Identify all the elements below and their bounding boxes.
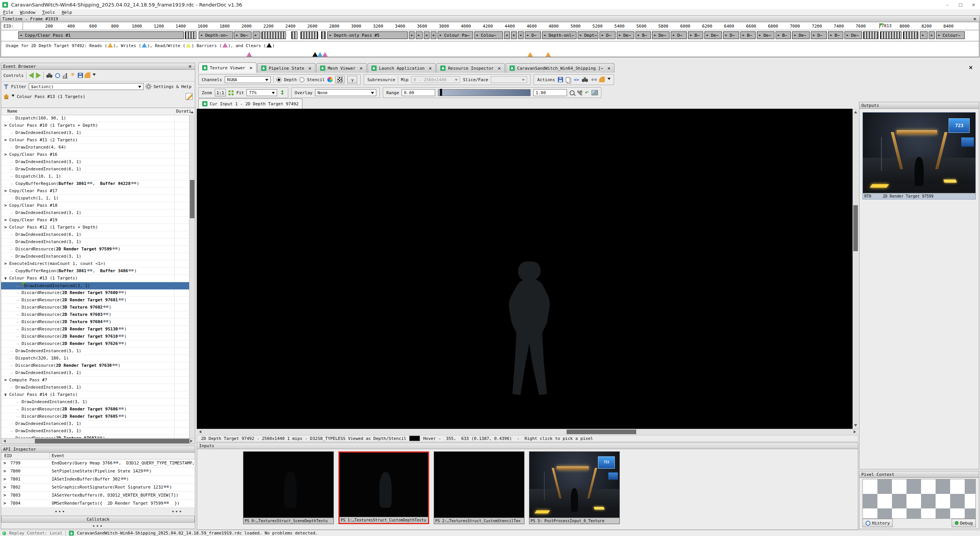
- timeline-pass[interactable]: + De⋯: [844, 31, 862, 39]
- event-row[interactable]: – DrawIndexedInstanced(3, 1): [1, 253, 189, 260]
- resource-link-icon[interactable]: [128, 268, 134, 272]
- zoom-1to1-button[interactable]: 1:1: [215, 89, 226, 96]
- timeline-pass[interactable]: + B⋯: [688, 31, 703, 39]
- resource-link-icon[interactable]: [163, 501, 169, 505]
- next-event-icon[interactable]: [36, 72, 41, 78]
- resource-link-icon[interactable]: [87, 181, 92, 185]
- resource-name[interactable]: 2D Render Target 95130: [62, 327, 118, 332]
- resource-link-icon[interactable]: [87, 268, 92, 272]
- event-row[interactable]: >Colour Pass #10 (1 Targets + Depth): [1, 122, 189, 129]
- event-row[interactable]: – DiscardResource(2D Render Target 97610…: [1, 333, 189, 340]
- chevron-down-icon[interactable]: [138, 86, 141, 90]
- stats-icon[interactable]: [62, 73, 68, 78]
- timeline-pass[interactable]: + D⋯: [671, 31, 687, 39]
- event-row[interactable]: – DiscardResource(2D Texture 97603): [1, 311, 189, 319]
- expand-icon[interactable]: >: [4, 151, 9, 158]
- event-row[interactable]: – DiscardResource(2D Render Target 97630…: [1, 362, 189, 369]
- scroll-up-icon[interactable]: [189, 109, 195, 114]
- api-call-row[interactable]: >7803IASetVertexBuffers(0, D3D12_VERTEX_…: [1, 492, 195, 500]
- tab-close-icon[interactable]: ×: [428, 66, 432, 71]
- api-more-dots[interactable]: •••: [172, 509, 183, 514]
- tab-mesh[interactable]: Mesh Viewer×: [316, 63, 367, 73]
- timeline-pass[interactable]: + Copy/Clear Pass #1: [18, 31, 184, 39]
- find-event-icon[interactable]: [46, 73, 53, 78]
- texture-view[interactable]: [197, 109, 858, 429]
- timeline-pass-events[interactable]: [185, 31, 196, 39]
- resource-link-icon[interactable]: [163, 485, 169, 489]
- event-row[interactable]: >ExecuteIndirect(maxCount 1, count <1>): [1, 260, 189, 268]
- api-call-row[interactable]: >7800SetPipelineState(Pipeline State 142…: [1, 467, 195, 476]
- home-icon[interactable]: [3, 94, 9, 99]
- timeline-pass[interactable]: + B⋯: [740, 31, 756, 39]
- scroll-right-icon[interactable]: [189, 438, 195, 444]
- close-button[interactable]: ×: [967, 0, 980, 9]
- event-list-header[interactable]: Name Durati: [1, 108, 195, 115]
- timeline-pass[interactable]: + B⋯: [635, 31, 651, 39]
- texture-extensions-icon[interactable]: [600, 77, 605, 82]
- collapse-icon[interactable]: ∨: [4, 275, 9, 282]
- expand-icon[interactable]: >: [4, 224, 9, 231]
- event-list-vscrollbar[interactable]: [189, 115, 195, 438]
- event-row[interactable]: – DrawIndexedInstanced(3, 1): [1, 129, 189, 137]
- timeline-pass[interactable]: + D⋯: [525, 31, 541, 39]
- timeline-pass-events[interactable]: [880, 31, 902, 39]
- timeline-pass[interactable]: + Depth-onl⋯: [542, 31, 577, 39]
- resource-name[interactable]: 2D Render Target 97599: [108, 501, 163, 506]
- tab-pipeline[interactable]: Pipeline State×: [257, 63, 315, 73]
- zoom-select[interactable]: 77%: [247, 89, 277, 96]
- event-row[interactable]: – Dispatch(320, 180, 1): [1, 355, 189, 362]
- tab-close-icon[interactable]: ×: [308, 66, 312, 71]
- range-min-input[interactable]: 0.00: [402, 89, 435, 96]
- timeline-pass[interactable]: + De⋯: [757, 31, 774, 39]
- event-row[interactable]: – DrawIndexedInstanced(3, 1): [1, 369, 189, 377]
- tab-close-icon[interactable]: ×: [607, 66, 611, 71]
- save-texture-icon[interactable]: [558, 77, 563, 82]
- resource-link-icon[interactable]: [112, 247, 118, 250]
- event-row[interactable]: – DrawIndexedInstanced(3, 1): [1, 384, 189, 391]
- tab-texture[interactable]: Texture Viewer×: [198, 62, 256, 73]
- extensions-icon[interactable]: [85, 73, 90, 78]
- menu-tools[interactable]: Tools: [42, 10, 55, 15]
- input-thumbnail[interactable]: PS 1:…TexturesStruct_CustomDepthTextu: [338, 451, 429, 524]
- timeline-pass[interactable]: + Colour Pa⋯: [438, 31, 473, 39]
- event-row[interactable]: – CopyBufferRegion(Buffer 3861, Buffer 9…: [1, 180, 189, 188]
- column-eid[interactable]: EID: [4, 453, 12, 458]
- event-row[interactable]: – DrawIndexedInstanced(3, 1): [1, 348, 189, 355]
- checker-background-button[interactable]: [335, 76, 345, 83]
- collapse-icon[interactable]: ∨: [4, 391, 9, 398]
- range-slider-thumb[interactable]: [440, 89, 442, 96]
- api-call-row[interactable]: >7801IASetIndexBuffer(Buffer 302): [1, 476, 195, 484]
- texture-image[interactable]: [197, 109, 853, 429]
- event-browser-close-icon[interactable]: ×: [187, 64, 193, 69]
- api-call-row[interactable]: >7804OMSetRenderTargets({ 2D Render Targ…: [1, 500, 195, 508]
- timeline-pass[interactable]: +: [409, 31, 415, 39]
- input-thumbnail[interactable]: PS 2:…TexturesStruct_CustomStencilTex: [434, 451, 524, 524]
- gamma-button[interactable]: γ: [347, 76, 357, 83]
- expand-icon[interactable]: >: [3, 467, 6, 475]
- timeline-pass[interactable]: + Colour⋯: [936, 31, 965, 39]
- event-row[interactable]: – DiscardResource(2D Render Target 97601…: [1, 297, 189, 304]
- resource-name[interactable]: Buffer 302: [95, 477, 120, 482]
- event-row[interactable]: – DiscardResource(3D Texture 97602): [1, 304, 189, 311]
- event-row[interactable]: – DiscardResource(2D Render Target 97605…: [1, 413, 189, 420]
- timeline-eid-ruler[interactable]: EID: 20040060080010001200140016001800200…: [1, 23, 979, 30]
- resource-link-icon[interactable]: [103, 319, 108, 323]
- api-more-dots[interactable]: •••: [55, 509, 66, 514]
- time-events-icon[interactable]: [55, 73, 60, 78]
- event-row[interactable]: – DiscardResource(2D Render Target 97606…: [1, 406, 189, 413]
- timeline-pass[interactable]: + De⋯: [234, 31, 252, 39]
- copy-icon[interactable]: [566, 77, 570, 82]
- edit-bookmarks-icon[interactable]: [186, 93, 193, 100]
- texture-hscroll-thumb[interactable]: [567, 430, 636, 434]
- event-row[interactable]: – DrawIndexedInstanced(3, 1): [1, 159, 189, 166]
- resource-name[interactable]: 2D Render Target 97599: [56, 247, 112, 252]
- replay-context[interactable]: Replay Context: Local: [9, 531, 62, 536]
- resource-link-icon[interactable]: [113, 461, 118, 464]
- resource-name[interactable]: Query Heap 3766: [75, 461, 113, 466]
- timeline-pass[interactable]: + D⋯: [811, 31, 827, 39]
- resource-name[interactable]: 3D Texture 97602: [62, 305, 103, 310]
- resource-link-icon[interactable]: [118, 407, 124, 410]
- event-row[interactable]: – Dispatch(160, 90, 1): [1, 115, 189, 122]
- timeline-pass[interactable]: + De⋯: [792, 31, 810, 39]
- resource-name[interactable]: 2D Render Target 97606: [62, 407, 118, 412]
